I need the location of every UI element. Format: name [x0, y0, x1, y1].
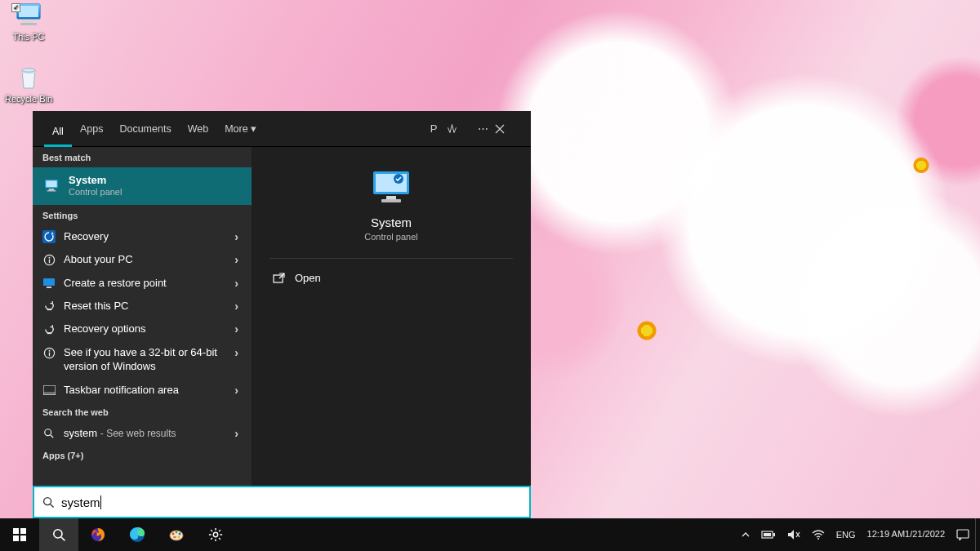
svg-rect-20	[48, 352, 49, 356]
more-options-icon[interactable]: ⋯	[470, 122, 495, 135]
svg-point-44	[179, 533, 181, 535]
checkbox-icon: ✓	[11, 3, 20, 12]
chevron-right-icon: ›	[234, 322, 242, 335]
start-search-flyout: All Apps Documents Web More ▾ P ⋯ Best m…	[33, 111, 531, 518]
info-icon	[42, 253, 56, 266]
taskbar: ENG 12:19 AM 1/21/2022	[0, 518, 980, 551]
tray-clock[interactable]: 12:19 AM 1/21/2022	[862, 518, 951, 551]
text-caret	[100, 495, 101, 509]
svg-rect-22	[43, 392, 56, 395]
chevron-right-icon: ›	[234, 277, 242, 290]
svg-rect-9	[47, 190, 56, 192]
recycle-bin-icon	[12, 64, 45, 91]
reset-icon	[42, 322, 56, 335]
tab-all[interactable]: All	[44, 111, 72, 147]
svg-rect-29	[381, 199, 401, 202]
tray-overflow-icon[interactable]	[736, 518, 755, 551]
tab-more[interactable]: More ▾	[216, 111, 265, 147]
clock-date: 1/21/2022	[905, 529, 945, 540]
search-icon	[42, 496, 55, 509]
tray-action-center-icon[interactable]	[951, 518, 975, 551]
monitor-small-icon	[42, 277, 56, 290]
chevron-right-icon: ›	[234, 253, 242, 266]
result-taskbar-notif[interactable]: Taskbar notification area ›	[33, 379, 252, 402]
svg-point-42	[172, 533, 175, 535]
result-text: System Control panel	[69, 174, 242, 198]
taskbar-paint[interactable]	[157, 518, 196, 551]
result-label: system - See web results	[64, 427, 226, 440]
svg-rect-52	[957, 530, 969, 538]
open-icon	[273, 273, 285, 283]
reset-icon	[42, 300, 56, 313]
svg-rect-34	[20, 528, 26, 534]
svg-point-46	[173, 536, 176, 538]
svg-rect-4	[20, 23, 37, 25]
tray-wifi-icon[interactable]	[806, 518, 831, 551]
tab-documents[interactable]: Documents	[111, 111, 179, 147]
svg-rect-8	[49, 189, 55, 190]
section-best-match: Best match	[33, 147, 252, 167]
svg-point-51	[817, 538, 819, 540]
svg-rect-13	[48, 259, 49, 263]
svg-line-38	[60, 536, 64, 540]
taskbar-firefox[interactable]	[78, 518, 118, 551]
results-list: Best match System Control panel Settings…	[33, 147, 252, 486]
svg-rect-7	[46, 180, 56, 187]
svg-point-43	[176, 531, 178, 534]
search-input-value: system	[61, 495, 100, 509]
start-button[interactable]	[0, 518, 39, 551]
preview-action-label: Open	[295, 272, 321, 284]
result-label: Taskbar notification area	[64, 384, 226, 397]
taskbar-edge[interactable]	[118, 518, 157, 551]
svg-point-12	[48, 257, 50, 259]
svg-point-47	[213, 532, 217, 536]
section-apps-more[interactable]: Apps (7+)	[33, 445, 252, 465]
svg-rect-16	[47, 309, 51, 311]
result-bitness[interactable]: See if you have a 32-bit or 64-bit versi…	[33, 340, 252, 379]
svg-rect-36	[20, 535, 26, 541]
preview-subtitle: Control panel	[364, 232, 417, 242]
show-desktop-button[interactable]	[975, 518, 980, 551]
chevron-right-icon: ›	[234, 384, 242, 397]
result-system[interactable]: System Control panel	[33, 167, 252, 205]
taskbar-settings[interactable]	[196, 518, 235, 551]
result-title: System	[69, 174, 242, 187]
rewards-icon[interactable]	[446, 122, 470, 135]
preview-pane: System Control panel Open	[252, 147, 531, 486]
tab-more-label: More	[225, 123, 247, 135]
close-icon[interactable]	[495, 124, 519, 134]
divider	[270, 258, 513, 259]
svg-rect-2	[19, 6, 38, 17]
svg-point-31	[44, 497, 51, 504]
result-label: Create a restore point	[64, 277, 226, 290]
svg-rect-14	[43, 278, 55, 286]
result-about-pc[interactable]: About your PC ›	[33, 248, 252, 271]
result-restore-point[interactable]: Create a restore point ›	[33, 272, 252, 295]
svg-rect-50	[764, 533, 771, 536]
tray-volume-icon[interactable]	[782, 518, 806, 551]
profile-button[interactable]: P	[421, 122, 446, 135]
desktop-icon-label: This PC	[0, 32, 57, 42]
tray-battery-icon[interactable]	[755, 518, 782, 551]
result-reset-pc[interactable]: Reset this PC ›	[33, 295, 252, 318]
svg-point-45	[178, 536, 180, 539]
tab-apps[interactable]: Apps	[72, 111, 112, 147]
result-recovery-options[interactable]: Recovery options ›	[33, 318, 252, 340]
svg-rect-28	[386, 196, 396, 199]
desktop-icon-recycle-bin[interactable]: Recycle Bin	[0, 64, 57, 104]
taskbar-search-button[interactable]	[39, 518, 78, 551]
svg-rect-35	[13, 535, 19, 541]
result-subtitle: Control panel	[69, 187, 242, 198]
preview-action-open[interactable]: Open	[270, 267, 324, 289]
result-web-system[interactable]: system - See web results ›	[33, 422, 252, 445]
svg-rect-15	[47, 287, 51, 288]
svg-rect-3	[24, 20, 33, 23]
monitor-icon	[42, 177, 60, 195]
search-input-box[interactable]: system	[33, 486, 531, 518]
svg-point-23	[45, 429, 51, 436]
tab-web[interactable]: Web	[180, 111, 216, 147]
desktop-icon-this-pc[interactable]: ✓ This PC	[0, 2, 57, 42]
chevron-right-icon: ›	[234, 300, 242, 313]
tray-language[interactable]: ENG	[831, 518, 862, 551]
result-recovery[interactable]: Recovery ›	[33, 225, 252, 248]
